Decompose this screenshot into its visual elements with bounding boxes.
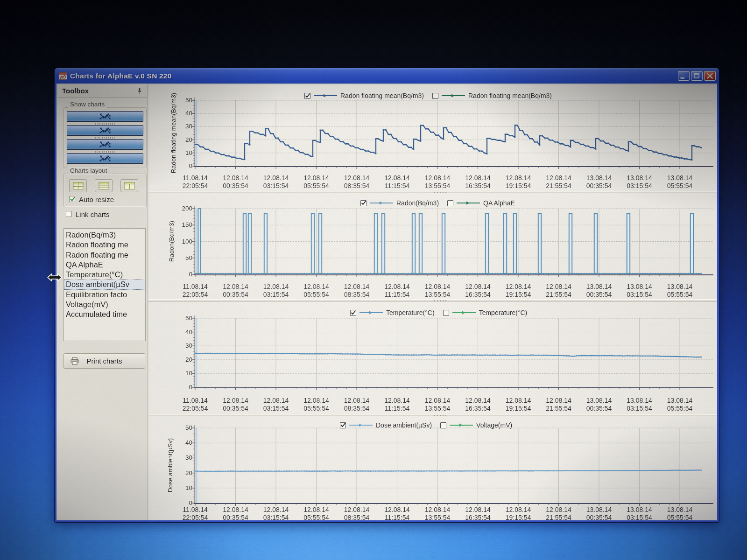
list-item-qa-alphae[interactable]: QA AlphaE [64, 260, 145, 270]
x-tick-time: 22:05:54 [183, 514, 208, 521]
x-tick-time: 21:55:54 [546, 291, 571, 298]
x-tick-date: 13.08.14 [667, 174, 693, 182]
legend-label: Temperature(°C) [479, 309, 528, 316]
x-tick-date: 12.08.14 [546, 506, 571, 513]
x-tick-date: 12.08.14 [223, 283, 248, 290]
x-tick-date: 12.08.14 [303, 397, 329, 404]
x-tick-time: 13:55:54 [425, 182, 451, 189]
y-tick-label: 20 [173, 356, 192, 363]
x-tick-time: 22:05:54 [183, 291, 208, 298]
list-item-radon-floating-me[interactable]: Radon floating me [64, 240, 145, 250]
x-tick-date: 12.08.14 [425, 283, 451, 290]
show-chart-button-4[interactable] [67, 153, 143, 164]
legend-line-sample [359, 310, 383, 315]
x-axis-label: 12.08.1419:15:54 [497, 506, 540, 520]
show-chart-button-1[interactable] [67, 111, 143, 122]
legend-checkbox-unchecked[interactable] [432, 93, 438, 99]
x-axis-label: 12.08.1400:35:54 [214, 397, 257, 412]
x-tick-time: 00:35:54 [586, 182, 612, 189]
x-axis-label: 12.08.1405:55:54 [295, 506, 338, 520]
y-tick-label: 40 [173, 329, 192, 336]
legend-checkbox-checked[interactable] [350, 310, 356, 316]
chart-panel-3: Temperature(°C)Temperature(°C)0102030405… [148, 301, 717, 414]
x-tick-date: 12.08.14 [344, 174, 370, 182]
x-axis-label: 12.08.1408:35:54 [335, 174, 378, 189]
title-bar[interactable]: Charts for AlphaE v.0 SN 220 [55, 68, 719, 84]
x-axis-label: 12.08.1413:55:54 [416, 397, 459, 412]
list-item-voltage-mv[interactable]: Voltage(mV) [64, 300, 145, 309]
x-axis-label: 12.08.1421:55:54 [537, 506, 580, 520]
show-chart-button-2[interactable] [67, 125, 143, 136]
list-item-dose-ambient-sv[interactable]: Dose ambient(µSv [64, 280, 145, 289]
x-tick-date: 12.08.14 [384, 397, 410, 404]
x-tick-time: 22:05:54 [183, 182, 208, 189]
list-item-equilibration-facto[interactable]: Equilibration facto [64, 290, 145, 300]
legend-line-sample [313, 93, 338, 98]
x-tick-date: 12.08.14 [263, 397, 289, 404]
show-chart-caption [95, 123, 115, 125]
print-charts-button[interactable]: Print charts [63, 353, 145, 369]
x-tick-date: 13.08.14 [627, 174, 652, 182]
chart-splitter-1[interactable] [148, 191, 717, 193]
legend-checkbox-checked[interactable] [360, 200, 366, 206]
close-button[interactable] [704, 71, 716, 81]
pin-icon[interactable] [137, 88, 142, 94]
legend-label: Radon(Bq/m3) [396, 199, 439, 207]
x-tick-time: 05:55:54 [667, 405, 693, 412]
show-chart-button-3[interactable] [67, 139, 143, 150]
charts-area: Radon floating mean(Bq/m3)Radon floating… [148, 84, 717, 520]
x-axis-label: 12.08.1408:35:54 [335, 506, 378, 520]
x-tick-date: 13.08.14 [586, 283, 612, 290]
app-window: Charts for AlphaE v.0 SN 220 Toolbox [55, 68, 719, 522]
x-tick-date: 12.08.14 [263, 174, 289, 182]
list-item-accumulated-time[interactable]: Accumulated time [64, 309, 145, 319]
minimize-button[interactable] [678, 71, 690, 81]
layout-rows-button[interactable] [95, 179, 113, 192]
x-axis-label: 12.08.1421:55:54 [537, 174, 580, 189]
chart-splitter-2[interactable] [148, 299, 717, 301]
series-icon [99, 154, 111, 162]
x-axis-label: 12.08.1419:15:54 [497, 174, 540, 189]
layout-columns-button[interactable] [120, 179, 138, 192]
legend-checkbox-unchecked[interactable] [447, 200, 453, 206]
x-tick-time: 19:15:54 [506, 291, 531, 298]
legend-line-sample [452, 310, 476, 315]
x-axis-label: 11.08.1422:05:54 [174, 174, 217, 189]
legend-checkbox-checked[interactable] [304, 93, 310, 99]
list-item-radon-floating-me[interactable]: Radon floating me [64, 250, 145, 260]
x-axis-label: 12.08.1400:35:54 [214, 283, 257, 298]
list-item-temperature-c[interactable]: Temperature(°C) [64, 270, 145, 280]
window-controls [678, 71, 716, 81]
layout-grid-button[interactable] [69, 179, 87, 192]
x-tick-date: 12.08.14 [303, 283, 329, 290]
x-tick-time: 11:15:54 [385, 291, 409, 298]
toolbox-panel: Toolbox Show charts Charts layout [58, 84, 148, 520]
x-axis-label: 11.08.1422:05:54 [174, 506, 217, 520]
show-chart-caption [95, 151, 115, 153]
series-icon [99, 140, 111, 148]
y-tick-label: 30 [173, 342, 192, 349]
maximize-button[interactable] [691, 71, 703, 81]
auto-resize-checkbox[interactable] [69, 196, 75, 202]
x-axis-label: 12.08.1411:15:54 [376, 174, 419, 189]
x-tick-date: 11.08.14 [183, 174, 207, 182]
splitter-grip [434, 300, 446, 301]
toolbox-header[interactable]: Toolbox [58, 84, 147, 98]
x-axis-label: 13.08.1405:55:54 [658, 506, 701, 520]
x-tick-date: 12.08.14 [384, 506, 410, 513]
splitter-grip [434, 415, 446, 416]
x-tick-time: 11:15:54 [385, 405, 409, 412]
x-axis-label: 13.08.1403:15:54 [618, 283, 661, 298]
y-tick-label: 0 [173, 499, 192, 506]
x-axis-label: 12.08.1413:55:54 [416, 283, 459, 298]
x-tick-date: 13.08.14 [627, 283, 652, 290]
legend-checkbox-checked[interactable] [340, 422, 346, 428]
x-tick-date: 12.08.14 [465, 397, 491, 404]
x-tick-time: 11:15:54 [385, 182, 409, 189]
link-charts-checkbox[interactable] [66, 211, 72, 217]
x-tick-time: 21:55:54 [546, 405, 571, 412]
legend-checkbox-unchecked[interactable] [443, 310, 449, 316]
list-item-radon-bq-m3[interactable]: Radon(Bq/m3) [64, 230, 145, 240]
legend-checkbox-unchecked[interactable] [440, 422, 446, 428]
chart-splitter-3[interactable] [148, 414, 717, 416]
